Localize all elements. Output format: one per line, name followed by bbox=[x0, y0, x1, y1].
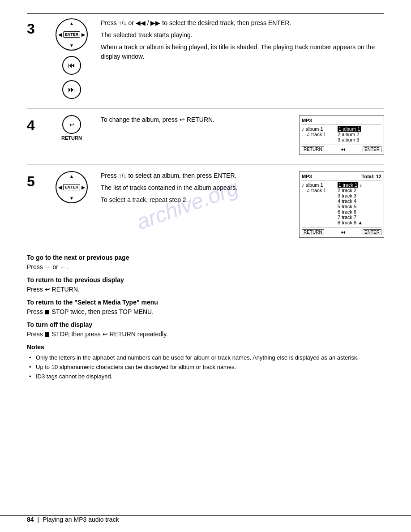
note-3: ID3 tags cannot be displayed. bbox=[29, 372, 384, 382]
step-3-instruction-3: When a track or album is being played, i… bbox=[101, 43, 384, 61]
step5-display-content: ♪ album 1 ♫ track 1 1 track 1 ♪ 2 track … bbox=[302, 182, 381, 226]
step5-track-row: ♫ track 1 bbox=[302, 188, 333, 193]
tips-section: To go to the next or previous page Press… bbox=[27, 254, 384, 339]
step-5-content: Press ↑/↓ to select an album, then press… bbox=[101, 171, 295, 207]
display-return-btn: RETURN bbox=[302, 146, 324, 152]
step5-track-8: 8 track 8 ▲ bbox=[338, 220, 381, 225]
step5-arrow-down: ▼ bbox=[69, 196, 74, 201]
step5-arrow-up: ▲ bbox=[69, 174, 74, 179]
note-1: Only the letters in the alphabet and num… bbox=[29, 353, 384, 363]
display-album-3: 3 album 3 bbox=[338, 137, 381, 142]
step-3-instruction-1: Press ↑/↓ or ◀◀ / ▶▶ to select the desir… bbox=[101, 18, 384, 28]
notes-heading: Notes bbox=[27, 343, 384, 351]
step5-arrow-left: ◀ bbox=[58, 185, 62, 190]
stop-square-icon-1 bbox=[45, 310, 49, 314]
step-5-instruction-3: To select a track, repeat step 2. bbox=[101, 195, 295, 205]
display-bottom-bar: RETURN ♦♦ ENTER bbox=[302, 145, 381, 152]
page-description: Playing an MP3 audio track bbox=[43, 516, 119, 523]
return-button-wrap: ↩ RETURN bbox=[61, 115, 82, 141]
enter-label: ENTER bbox=[63, 31, 81, 38]
step-5-icons: ▲ ▼ ◀ ▶ ENTER bbox=[49, 171, 94, 203]
display-header: MP3 bbox=[302, 118, 381, 124]
step5-enter-label: ENTER bbox=[63, 184, 81, 190]
step-5-instruction-1: Press ↑/↓ to select an album, then press… bbox=[101, 171, 295, 180]
step5-right-col: 1 track 1 ♪ 2 track 2 3 track 3 4 track … bbox=[338, 182, 381, 225]
step5-track-1: 1 track 1 ♪ bbox=[338, 182, 381, 188]
step-3-number: 3 bbox=[27, 18, 49, 37]
step-3-instruction-2: The selected track starts playing. bbox=[101, 30, 384, 40]
arrow-down-icon: ▼ bbox=[69, 43, 74, 48]
step5-album-row: ♪ album 1 bbox=[302, 182, 333, 188]
step5-display-header: MP3 Total: 12 bbox=[302, 174, 381, 180]
step-5-display: MP3 Total: 12 ♪ album 1 ♫ track 1 1 trac… bbox=[299, 171, 384, 238]
step5-track-2: 2 track 2 bbox=[338, 188, 381, 193]
display-album-row: ♪ album 1 bbox=[302, 126, 333, 132]
enter-button-icon: ▲ ▼ ◀ ▶ ENTER bbox=[56, 18, 88, 51]
display-album-1: 1 album 1 bbox=[338, 126, 381, 132]
step-4-content: To change the album, press ↩ RETURN. bbox=[101, 115, 295, 127]
step-4-icons: ↩ RETURN bbox=[49, 115, 94, 141]
display-album-2: 2 album 2 bbox=[338, 132, 381, 137]
step5-mp3-label: MP3 bbox=[302, 174, 312, 179]
step-3-row: 3 ▲ ▼ ◀ ▶ ENTER ⏮ ⏭ Press ↑/↓ or ◀◀ / ▶▶… bbox=[27, 18, 384, 103]
step5-track-4: 4 track 4 bbox=[338, 198, 381, 204]
arrow-up-icon: ▲ bbox=[69, 21, 74, 26]
step5-track-5: 5 track 5 bbox=[338, 204, 381, 209]
tip-4-text: Press STOP, then press ↩ RETURN repeated… bbox=[27, 330, 384, 339]
page-number: 84 bbox=[27, 516, 34, 523]
step5-track-7: 7 track 7 bbox=[338, 215, 381, 220]
step5-left-col: ♪ album 1 ♫ track 1 bbox=[302, 182, 333, 225]
display-nav-arrows: ♦♦ bbox=[341, 147, 346, 152]
step-5-instruction-2: The list of tracks contained in the albu… bbox=[101, 183, 295, 193]
display-track-row: ♫ track 1 bbox=[302, 132, 333, 137]
step-5-enter-icon: ▲ ▼ ◀ ▶ ENTER bbox=[56, 171, 88, 203]
tip-1-text: Press → or ←. bbox=[27, 262, 384, 272]
step5-arrow-right: ▶ bbox=[81, 185, 85, 190]
page-separator: | bbox=[38, 516, 39, 523]
return-button-icon: ↩ bbox=[62, 115, 81, 134]
step5-total-label: Total: 12 bbox=[362, 174, 381, 179]
display-right-col: 1 album 1 2 album 2 3 album 3 bbox=[338, 126, 381, 142]
tip-2: To return to the previous display Press … bbox=[27, 276, 384, 294]
tip-1-heading: To go to the next or previous page bbox=[27, 254, 384, 261]
tip-3-heading: To return to the "Select a Media Type" m… bbox=[27, 299, 384, 306]
display-enter-btn: ENTER bbox=[363, 146, 381, 152]
tip-2-text: Press ↩ RETURN. bbox=[27, 285, 384, 294]
display-left-col: ♪ album 1 ♫ track 1 bbox=[302, 126, 333, 142]
tip-4-heading: To turn off the display bbox=[27, 321, 384, 328]
step-4-display: MP3 ♪ album 1 ♫ track 1 1 album 1 2 albu… bbox=[299, 115, 384, 155]
tip-1: To go to the next or previous page Press… bbox=[27, 254, 384, 272]
highlighted-album: 1 album 1 bbox=[338, 126, 361, 132]
return-label: RETURN bbox=[61, 135, 82, 141]
step5-display-bottom: RETURN ♦♦ ENTER bbox=[302, 227, 381, 235]
step5-nav-arrows: ♦♦ bbox=[341, 230, 346, 235]
display-mp3-label: MP3 bbox=[302, 118, 312, 123]
step-5-row: 5 ▲ ▼ ◀ ▶ ENTER Press ↑/↓ to select an a… bbox=[27, 171, 384, 242]
tip-3-text: Press STOP twice, then press TOP MENU. bbox=[27, 307, 384, 317]
notes-section: Notes Only the letters in the alphabet a… bbox=[27, 343, 384, 381]
tip-2-heading: To return to the previous display bbox=[27, 276, 384, 283]
step-4-row: 4 ↩ RETURN To change the album, press ↩ … bbox=[27, 115, 384, 159]
next-track-icon: ⏭ bbox=[62, 80, 81, 99]
stop-square-icon-2 bbox=[45, 332, 49, 337]
step-4-instruction: To change the album, press ↩ RETURN. bbox=[101, 115, 295, 124]
step5-return-btn: RETURN bbox=[302, 229, 324, 235]
step5-highlighted-track: 1 track 1 bbox=[338, 182, 358, 188]
step-3-icons: ▲ ▼ ◀ ▶ ENTER ⏮ ⏭ bbox=[49, 18, 94, 99]
step5-track-3: 3 track 3 bbox=[338, 193, 381, 198]
display-content-row: ♪ album 1 ♫ track 1 1 album 1 2 album 2 … bbox=[302, 126, 381, 143]
arrow-right-icon: ▶ bbox=[81, 32, 85, 37]
note-2: Up to 10 alphanumeric characters can be … bbox=[29, 363, 384, 372]
step5-track-6: 6 track 6 bbox=[338, 209, 381, 215]
tip-3: To return to the "Select a Media Type" m… bbox=[27, 299, 384, 317]
step5-enter-btn: ENTER bbox=[363, 229, 381, 235]
notes-list: Only the letters in the alphabet and num… bbox=[27, 353, 384, 381]
step-4-number: 4 bbox=[27, 115, 49, 134]
tip-4: To turn off the display Press STOP, then… bbox=[27, 321, 384, 339]
arrow-left-icon: ◀ bbox=[58, 32, 62, 37]
prev-track-icon: ⏮ bbox=[62, 56, 81, 75]
step-3-content: Press ↑/↓ or ◀◀ / ▶▶ to select the desir… bbox=[101, 18, 384, 64]
page-footer: 84 | Playing an MP3 audio track bbox=[0, 515, 411, 523]
step-5-number: 5 bbox=[27, 171, 49, 190]
